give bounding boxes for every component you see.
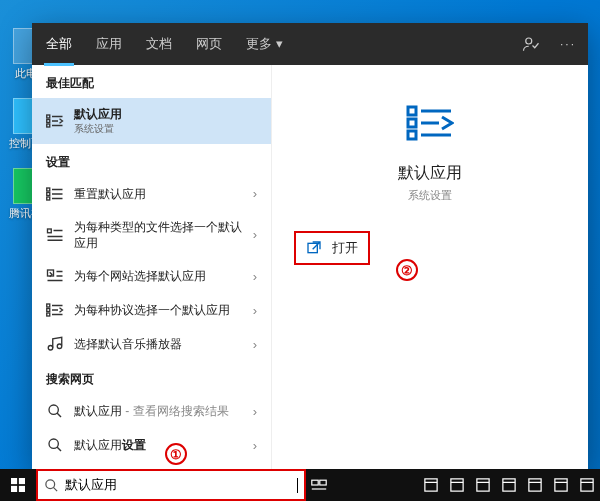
svg-rect-30 (503, 479, 515, 491)
start-button[interactable] (0, 469, 36, 501)
svg-point-13 (57, 344, 62, 349)
svg-rect-1 (47, 115, 50, 118)
default-apps-icon (46, 112, 64, 130)
chevron-right-icon: › (253, 438, 257, 453)
svg-rect-23 (19, 486, 25, 492)
tab-web[interactable]: 网页 (194, 25, 224, 63)
taskbar-search[interactable] (36, 471, 306, 499)
svg-rect-19 (308, 243, 317, 252)
search-icon (44, 478, 59, 493)
tab-docs[interactable]: 文档 (144, 25, 174, 63)
svg-rect-29 (477, 479, 489, 491)
chevron-right-icon: › (253, 186, 257, 201)
taskbar-pinned-2[interactable] (444, 469, 470, 501)
preview-subtitle: 系统设置 (408, 188, 452, 203)
taskbar (0, 469, 600, 501)
preview-default-apps-icon (406, 103, 454, 143)
result-subtitle: 系统设置 (74, 122, 257, 136)
chevron-right-icon: › (253, 303, 257, 318)
filetype-icon (46, 226, 64, 244)
result-title: 默认应用 (74, 106, 257, 122)
web-item-0[interactable]: 默认应用 - 查看网络搜索结果› (32, 394, 271, 428)
svg-rect-17 (408, 119, 416, 127)
results-list: 最佳匹配 默认应用系统设置 设置 重置默认应用› 为每种类型的文件选择一个默认应… (32, 65, 272, 469)
search-icon (46, 436, 64, 454)
protocol-icon (46, 301, 64, 319)
taskbar-pinned-5[interactable] (522, 469, 548, 501)
svg-point-0 (526, 38, 532, 44)
preview-title: 默认应用 (398, 163, 462, 184)
section-web: 搜索网页 (32, 361, 271, 394)
search-flyout: 全部 应用 文档 网页 更多 ▾ ··· 最佳匹配 默认应用系统设置 设置 重置… (32, 23, 588, 469)
svg-rect-33 (581, 479, 593, 491)
reset-icon (46, 185, 64, 203)
chevron-right-icon: › (253, 269, 257, 284)
result-default-apps[interactable]: 默认应用系统设置 (32, 98, 271, 144)
task-view-button[interactable] (306, 469, 332, 501)
svg-rect-26 (320, 480, 326, 485)
tab-all[interactable]: 全部 (44, 25, 74, 66)
svg-rect-18 (408, 131, 416, 139)
svg-rect-3 (47, 124, 50, 127)
taskbar-pinned-6[interactable] (548, 469, 574, 501)
web-item-1[interactable]: 默认应用设置› (32, 428, 271, 462)
section-best-match: 最佳匹配 (32, 65, 271, 98)
website-icon (46, 267, 64, 285)
open-icon (306, 240, 322, 256)
settings-item-4[interactable]: 选择默认音乐播放器› (32, 327, 271, 361)
svg-rect-7 (48, 229, 52, 233)
svg-rect-20 (11, 478, 17, 484)
svg-point-14 (49, 405, 58, 414)
svg-rect-28 (451, 479, 463, 491)
open-label: 打开 (332, 239, 358, 257)
svg-rect-9 (47, 304, 50, 307)
tab-apps[interactable]: 应用 (94, 25, 124, 63)
svg-rect-21 (19, 478, 25, 484)
settings-item-3[interactable]: 为每种协议选择一个默认应用› (32, 293, 271, 327)
taskbar-pinned-4[interactable] (496, 469, 522, 501)
section-settings: 设置 (32, 144, 271, 177)
svg-rect-11 (47, 313, 50, 316)
taskbar-pinned-1[interactable] (418, 469, 444, 501)
music-icon (46, 335, 64, 353)
open-action[interactable]: 打开 (294, 231, 370, 265)
preview-pane: 默认应用 系统设置 打开 (272, 65, 588, 469)
svg-rect-27 (425, 479, 437, 491)
feedback-icon[interactable] (522, 35, 540, 53)
svg-rect-6 (47, 197, 50, 200)
more-icon[interactable]: ··· (560, 37, 576, 51)
taskbar-pinned-3[interactable] (470, 469, 496, 501)
settings-item-1[interactable]: 为每种类型的文件选择一个默认应用› (32, 211, 271, 259)
svg-rect-25 (312, 480, 318, 485)
settings-item-0[interactable]: 重置默认应用› (32, 177, 271, 211)
chevron-right-icon: › (253, 337, 257, 352)
tab-more[interactable]: 更多 ▾ (244, 25, 285, 63)
chevron-right-icon: › (253, 227, 257, 242)
settings-item-2[interactable]: 为每个网站选择默认应用› (32, 259, 271, 293)
svg-rect-4 (47, 188, 50, 191)
svg-point-24 (46, 479, 55, 488)
taskbar-pinned-7[interactable] (574, 469, 600, 501)
svg-rect-22 (11, 486, 17, 492)
svg-rect-32 (555, 479, 567, 491)
scope-tabs: 全部 应用 文档 网页 更多 ▾ ··· (32, 23, 588, 65)
svg-rect-31 (529, 479, 541, 491)
chevron-right-icon: › (253, 404, 257, 419)
svg-rect-16 (408, 107, 416, 115)
svg-rect-10 (47, 309, 50, 312)
svg-rect-2 (47, 119, 50, 122)
svg-point-15 (49, 439, 58, 448)
search-input[interactable] (65, 478, 293, 493)
search-icon (46, 402, 64, 420)
svg-rect-5 (47, 192, 50, 195)
